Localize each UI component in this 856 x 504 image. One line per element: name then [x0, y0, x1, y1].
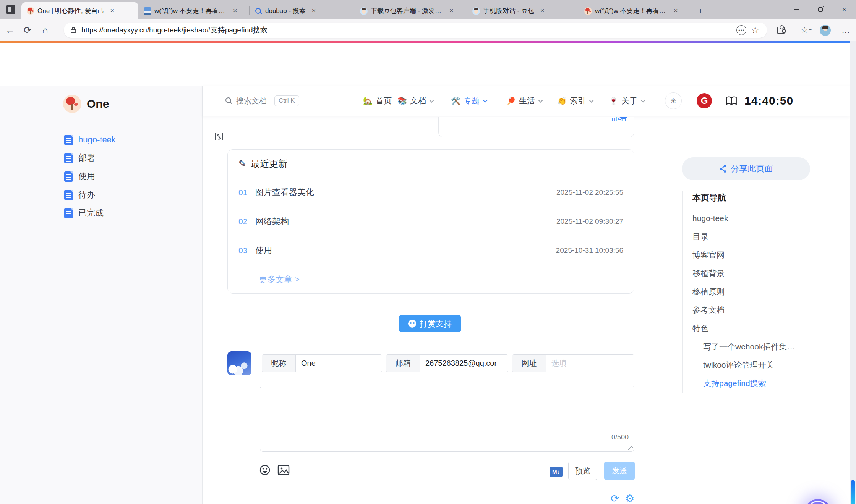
- chevron-down-icon: [429, 98, 434, 103]
- outline-subitem[interactable]: 写了一个wehook插件集…: [692, 338, 842, 356]
- address-bar[interactable]: https://onedayxyy.cn/hugo-teek/jieshao#支…: [64, 23, 767, 38]
- recent-row[interactable]: 03 使用 2025-10-31 10:03:56: [228, 236, 634, 265]
- comment-refresh-icon[interactable]: ⟳: [611, 493, 619, 504]
- article-link[interactable]: 图片查看器美化: [255, 187, 556, 198]
- deploy-link[interactable]: 部署: [611, 117, 627, 123]
- row-number: 03: [238, 246, 255, 255]
- back-button[interactable]: ←: [2, 19, 18, 41]
- minimize-button[interactable]: [785, 0, 809, 19]
- send-button[interactable]: 发送: [604, 462, 635, 480]
- website-field[interactable]: 网址: [512, 354, 634, 372]
- nav-label: 生活: [519, 95, 535, 106]
- browser-toolbar: ← ⟳ ⌂ https://onedayxyy.cn/hugo-teek/jie…: [0, 19, 856, 41]
- nickname-field[interactable]: 昵称: [262, 354, 382, 372]
- website-label: 网址: [512, 355, 546, 372]
- browser-menu-icon[interactable]: …: [839, 24, 852, 37]
- home-emoji-icon: 🏡: [363, 96, 373, 105]
- nav-item-life[interactable]: 🏓 生活: [506, 86, 541, 116]
- sidebar-item-hugo-teek[interactable]: hugo-teek: [64, 131, 116, 149]
- home-button[interactable]: ⌂: [37, 19, 53, 41]
- scrollbar-track[interactable]: [850, 41, 856, 504]
- resize-grip-icon[interactable]: [628, 446, 633, 450]
- comment-textarea[interactable]: [260, 386, 634, 451]
- search-button[interactable]: 搜索文档 Ctrl K: [225, 86, 299, 116]
- browser-tab[interactable]: 手机版对话 - 豆包 ×: [467, 3, 579, 19]
- tab-close-icon[interactable]: ×: [537, 7, 548, 15]
- email-field[interactable]: 邮箱: [386, 354, 508, 372]
- browser-tab[interactable]: doubao - 搜索 ×: [249, 3, 355, 19]
- site-logo[interactable]: One: [63, 95, 109, 113]
- nav-item-index[interactable]: 👏 索引: [557, 86, 592, 116]
- email-input[interactable]: [420, 355, 508, 372]
- nav-label: 文档: [410, 95, 426, 106]
- tab-close-icon[interactable]: ×: [671, 7, 681, 15]
- recent-row[interactable]: 02 网络架构 2025-11-02 09:30:27: [228, 207, 634, 236]
- sidebar-item-deploy[interactable]: 部署: [64, 149, 116, 167]
- outline-item[interactable]: 移植原则: [692, 283, 842, 301]
- insert-image-button[interactable]: [277, 464, 290, 476]
- reading-mode-button[interactable]: [725, 86, 738, 116]
- comment-settings-gear-icon[interactable]: ⚙: [625, 493, 634, 504]
- outline-item[interactable]: 移植背景: [692, 264, 842, 283]
- sidebar-item-usage[interactable]: 使用: [64, 167, 116, 186]
- outline-item[interactable]: hugo-teek: [692, 209, 842, 228]
- outline-subitem[interactable]: twikoo评论管理开关: [692, 356, 842, 374]
- restore-button[interactable]: [809, 0, 832, 19]
- website-input[interactable]: [546, 355, 634, 372]
- sidebar-collapse-icon[interactable]: [214, 131, 224, 143]
- nickname-label: 昵称: [262, 355, 296, 372]
- nav-item-home[interactable]: 🏡 首页: [363, 86, 392, 116]
- search-label: 搜索文档: [236, 96, 267, 106]
- nickname-input[interactable]: [296, 355, 382, 372]
- article-link[interactable]: 使用: [255, 245, 556, 256]
- reward-support-button[interactable]: 打赏支持: [399, 315, 461, 332]
- nav-item-about[interactable]: 🍷 关于: [609, 86, 644, 116]
- photo-favicon-icon: [144, 7, 151, 15]
- url-text[interactable]: https://onedayxyy.cn/hugo-teek/jieshao#支…: [81, 25, 736, 35]
- gitee-link[interactable]: G: [697, 86, 712, 116]
- scrollbar-thumb[interactable]: [851, 480, 855, 504]
- theme-toggle-button[interactable]: ☀: [665, 92, 682, 109]
- sidebar-item-todo[interactable]: 待办: [64, 186, 116, 204]
- share-page-button[interactable]: 分享此页面: [682, 157, 810, 180]
- outline-item[interactable]: 特色: [692, 319, 842, 338]
- email-label: 邮箱: [386, 355, 420, 372]
- article-link[interactable]: 网络架构: [255, 216, 556, 227]
- extensions-icon[interactable]: [774, 24, 787, 37]
- outline-item[interactable]: 目录: [692, 228, 842, 246]
- workspaces-icon[interactable]: [6, 5, 15, 14]
- back-to-top-button[interactable]: [804, 499, 831, 504]
- sidebar-item-done[interactable]: 已完成: [64, 204, 116, 222]
- nav-item-topics[interactable]: 🛠️ 专题: [451, 86, 486, 116]
- tab-close-icon[interactable]: ×: [107, 7, 117, 15]
- doc-sidebar: One hugo-teek 部署 使用 待办 已完成: [0, 86, 203, 504]
- split-screen-icon[interactable]: •••: [736, 25, 746, 35]
- browser-tab-bar: One | 明心静性, 爱自己 × w(°Д°)w 不要走！再看看嘛 × dou…: [0, 0, 856, 19]
- char-counter: 0/500: [611, 433, 629, 441]
- book-icon: [725, 95, 738, 106]
- chevron-down-icon: [640, 98, 645, 103]
- tab-close-icon[interactable]: ×: [309, 7, 319, 15]
- nav-item-docs[interactable]: 📚 文档: [397, 86, 433, 116]
- browser-tab[interactable]: 下载豆包客户端 - 激发创造 ×: [355, 3, 467, 19]
- emoji-button[interactable]: [259, 464, 271, 476]
- tab-close-icon[interactable]: ×: [230, 7, 240, 15]
- profile-avatar[interactable]: [819, 24, 832, 37]
- browser-tab[interactable]: w(°Д°)w 不要走！再看看嘛 ×: [138, 3, 249, 19]
- new-tab-button[interactable]: +: [692, 3, 709, 19]
- browser-tab-active[interactable]: One | 明心静性, 爱自己 ×: [21, 2, 138, 19]
- outline-item[interactable]: 博客官网: [692, 246, 842, 264]
- tab-close-icon[interactable]: ×: [446, 7, 457, 15]
- commenter-avatar: [227, 351, 251, 375]
- recent-row[interactable]: 01 图片查看器美化 2025-11-02 20:25:55: [228, 178, 634, 207]
- preview-button[interactable]: 预览: [568, 462, 597, 480]
- browser-tab[interactable]: w(°Д°)w 不要走！再看看嘛 ×: [579, 3, 692, 19]
- outline-subitem-active[interactable]: 支持pagefind搜索: [692, 374, 842, 393]
- favorite-star-icon[interactable]: ☆: [749, 25, 762, 36]
- search-favicon-icon: [255, 7, 262, 15]
- more-articles-link[interactable]: 更多文章 >: [259, 274, 300, 285]
- refresh-button[interactable]: ⟳: [20, 19, 35, 41]
- outline-item[interactable]: 参考文档: [692, 301, 842, 319]
- favorites-bar-icon[interactable]: ☆≡: [798, 24, 811, 37]
- close-window-button[interactable]: ×: [832, 0, 856, 19]
